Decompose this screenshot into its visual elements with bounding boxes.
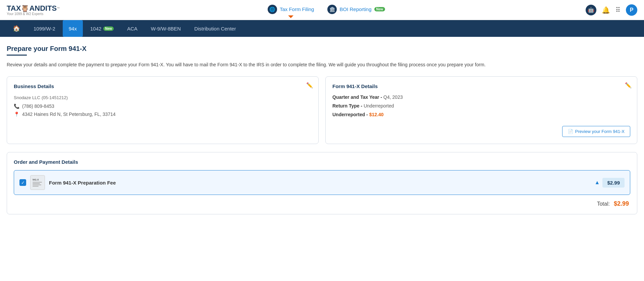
order-title: Order and Payment Details: [14, 159, 630, 165]
form-thumb-label: 941-X: [33, 179, 39, 181]
form-thumbnail: 941-X: [30, 175, 45, 190]
total-value: $2.99: [614, 200, 629, 207]
quarter-row: Quarter and Tax Year - Q4, 2023: [332, 94, 630, 100]
nav-aca-label: ACA: [127, 26, 138, 31]
business-ein: (05-1451212): [42, 95, 68, 100]
form-thumb-lines: [33, 182, 42, 187]
order-checkbox[interactable]: ✓: [19, 179, 26, 186]
bell-icon[interactable]: 🔔: [602, 6, 610, 14]
nav-1099w2[interactable]: 1099/W-2: [28, 20, 61, 37]
logo-brand: TAX: [7, 4, 21, 13]
nav-distribution-center[interactable]: Distribution Center: [188, 20, 242, 37]
total-label: Total:: [597, 201, 610, 207]
nav-1042-badge: New: [103, 26, 114, 31]
order-item-name: Form 941-X Preparation Fee: [49, 180, 591, 186]
business-name: Snodaze LLC (05-1451212): [14, 94, 312, 100]
quarter-label: Quarter and Tax Year -: [332, 94, 382, 100]
preview-btn-label: Preview your Form 941-X: [575, 129, 625, 134]
nav-aca[interactable]: ACA: [121, 20, 144, 37]
return-type-row: Return Type - Underreported: [332, 103, 630, 109]
logo-tm: ™: [57, 7, 60, 10]
page-description: Review your details and complete the pay…: [7, 61, 637, 68]
underreported-value: $12.40: [369, 112, 384, 117]
thumb-line-4: [33, 186, 39, 187]
header-nav-tax-form-filing[interactable]: 🌐 Tax Form Filing: [268, 5, 314, 15]
total-row: Total: $2.99: [14, 200, 630, 207]
thumb-line-2: [33, 183, 40, 184]
logo-text: TAX 🦉 ANDITS ™: [7, 4, 60, 13]
logo-brand2: ANDITS: [29, 4, 57, 13]
nav-1099w2-label: 1099/W-2: [34, 26, 55, 31]
grid-icon[interactable]: ⠿: [615, 6, 621, 14]
logo-subtitle: Your 1099 & W2 Experts: [7, 12, 43, 16]
address-value: 4342 Haines Rd N, St Petersburg, FL, 337…: [22, 112, 116, 117]
underreported-label: Underreported -: [332, 112, 368, 117]
thumb-line-3: [33, 185, 41, 185]
location-icon: 📍: [14, 112, 19, 117]
nav-94x[interactable]: 94x: [63, 20, 83, 37]
business-address: 📍 4342 Haines Rd N, St Petersburg, FL, 3…: [14, 112, 312, 117]
nav-bar: 🏠 1099/W-2 94x 1042 New ACA W-9/W-8BEN D…: [0, 20, 644, 37]
preview-doc-icon: 📄: [568, 129, 573, 134]
user-avatar[interactable]: P: [626, 4, 637, 16]
title-underline: [7, 55, 27, 56]
business-edit-button[interactable]: ✏️: [306, 82, 313, 88]
phone-value: (786) 809-8453: [22, 103, 54, 109]
chevron-up-icon[interactable]: ▲: [595, 180, 600, 186]
thumb-line-1: [33, 182, 42, 183]
nav-home[interactable]: 🏠: [7, 20, 26, 37]
order-section: Order and Payment Details ✓ 941-X Form 9…: [7, 152, 637, 214]
header-right: 🤖 🔔 ⠿ P: [586, 4, 637, 16]
business-card-title: Business Details: [14, 83, 312, 89]
tax-form-filing-icon: 🌐: [268, 5, 277, 14]
business-details-card: Business Details ✏️ Snodaze LLC (05-1451…: [7, 76, 319, 144]
order-item-price: $2.99: [602, 178, 625, 188]
header-nav: 🌐 Tax Form Filing 🏛️ BOI Reporting New: [67, 5, 586, 15]
order-item: ✓ 941-X Form 941-X Preparation Fee ▲ $2.…: [14, 170, 630, 195]
underreported-row: Underreported - $12.40: [332, 112, 630, 117]
return-type-label: Return Type -: [332, 103, 362, 109]
form-card-title: Form 941-X Details: [332, 83, 630, 89]
nav-w9w8ben[interactable]: W-9/W-8BEN: [145, 20, 187, 37]
boi-new-badge: New: [374, 7, 385, 11]
tax-form-filing-label: Tax Form Filing: [280, 6, 314, 12]
logo-owl-icon: 🦉: [21, 4, 29, 12]
order-item-price-area: ▲ $2.99: [595, 178, 625, 188]
business-phone: 📞 (786) 809-8453: [14, 103, 312, 109]
preview-form-button[interactable]: 📄 Preview your Form 941-X: [562, 126, 630, 137]
nav-1042[interactable]: 1042 New: [84, 20, 120, 37]
quarter-value: Q4, 2023: [383, 94, 403, 100]
nav-94x-label: 94x: [69, 26, 77, 31]
header: TAX 🦉 ANDITS ™ Your 1099 & W2 Experts 🌐 …: [0, 0, 644, 20]
form-edit-button[interactable]: ✏️: [625, 82, 632, 88]
nav-distribution-center-label: Distribution Center: [194, 26, 236, 31]
boi-reporting-label: BOI Reporting: [339, 6, 371, 12]
header-nav-boi-reporting[interactable]: 🏛️ BOI Reporting New: [327, 5, 385, 15]
robot-icon[interactable]: 🤖: [586, 5, 596, 15]
return-type-value: Underreported: [364, 103, 394, 109]
nav-w9w8ben-label: W-9/W-8BEN: [151, 26, 181, 31]
cards-row: Business Details ✏️ Snodaze LLC (05-1451…: [7, 76, 637, 144]
nav-1042-label: 1042: [90, 26, 101, 31]
phone-icon: 📞: [14, 103, 19, 109]
logo: TAX 🦉 ANDITS ™ Your 1099 & W2 Experts: [7, 4, 67, 16]
main-content: Prepare your Form 941-X Review your deta…: [0, 37, 644, 281]
form-details-card: Form 941-X Details ✏️ Quarter and Tax Ye…: [325, 76, 637, 144]
boi-reporting-icon: 🏛️: [327, 5, 337, 14]
page-title: Prepare your Form 941-X: [7, 45, 637, 53]
home-icon: 🏠: [13, 25, 20, 32]
